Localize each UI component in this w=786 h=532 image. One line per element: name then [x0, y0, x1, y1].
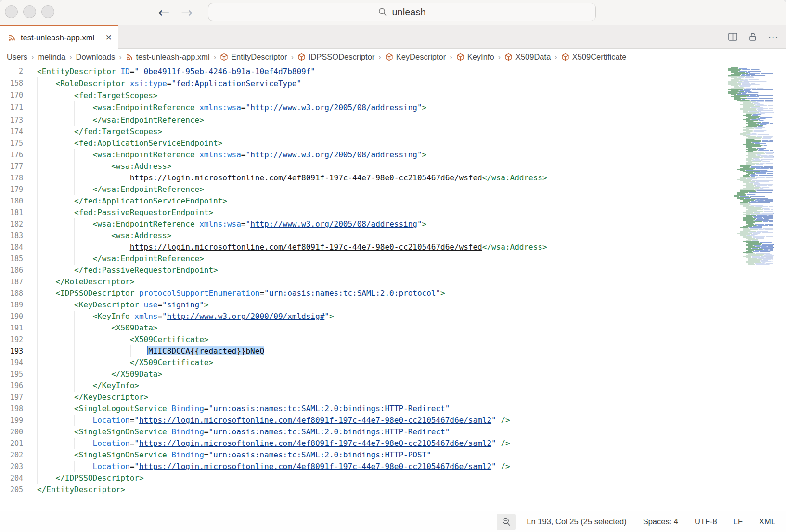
- line-number[interactable]: 197: [0, 392, 23, 403]
- breadcrumb-item-test-unleash-app-xml[interactable]: test-unleash-app.xml: [126, 52, 210, 62]
- line-content[interactable]: </wsa:EndpointReference>: [37, 253, 204, 265]
- line-content[interactable]: <wsa:EndpointReference xmlns:wsa="http:/…: [37, 149, 426, 161]
- line-number[interactable]: 196: [0, 380, 23, 392]
- line-content[interactable]: <wsa:EndpointReference xmlns:wsa="http:/…: [37, 101, 426, 114]
- line-content[interactable]: </fed:TargetScopes>: [37, 126, 162, 138]
- line-number[interactable]: 175: [0, 138, 23, 149]
- minimap[interactable]: [723, 67, 774, 266]
- line-content[interactable]: <KeyInfo xmlns="http://www.w3.org/2000/0…: [37, 311, 334, 322]
- forward-arrow-icon[interactable]: →: [181, 3, 193, 22]
- link-text[interactable]: http://www.w3.org/2005/08/addressing: [250, 150, 417, 159]
- line-content[interactable]: <SingleSignOnService Binding="urn:oasis:…: [37, 449, 431, 461]
- line-content[interactable]: <fed:ApplicationServiceEndpoint>: [37, 138, 222, 149]
- line-number[interactable]: 177: [0, 161, 23, 172]
- line-number[interactable]: 181: [0, 207, 23, 218]
- line-number[interactable]: 201: [0, 438, 23, 449]
- link-text[interactable]: https://login.microsoftonline.com/4ef809…: [130, 173, 482, 182]
- line-content[interactable]: </X509Certificate>: [37, 357, 213, 368]
- line-content[interactable]: <wsa:Address>: [37, 230, 171, 241]
- link-text[interactable]: https://login.microsoftonline.com/4ef809…: [139, 416, 491, 425]
- encoding-status[interactable]: UTF-8: [695, 517, 717, 526]
- line-number[interactable]: 174: [0, 126, 23, 138]
- line-content[interactable]: <fed:TargetScopes>: [37, 89, 157, 101]
- line-content[interactable]: </IDPSSODescriptor>: [37, 472, 144, 484]
- link-text[interactable]: https://login.microsoftonline.com/4ef809…: [130, 242, 482, 252]
- line-content[interactable]: <SingleSignOnService Binding="urn:oasis:…: [37, 426, 450, 438]
- breadcrumb-item-melinda[interactable]: melinda: [38, 52, 65, 62]
- breadcrumb-item-users[interactable]: Users: [7, 52, 27, 62]
- line-number[interactable]: 199: [0, 415, 23, 426]
- line-number[interactable]: 2: [0, 65, 23, 77]
- language-mode-status[interactable]: XML: [759, 517, 775, 526]
- link-text[interactable]: http://www.w3.org/2005/08/addressing: [250, 103, 417, 112]
- line-content[interactable]: <wsa:Address>: [37, 161, 171, 172]
- window-close-button[interactable]: [5, 5, 18, 18]
- line-content[interactable]: <wsa:EndpointReference xmlns:wsa="http:/…: [37, 218, 426, 230]
- line-content[interactable]: <SingleLogoutService Binding="urn:oasis:…: [37, 403, 450, 415]
- line-number[interactable]: 192: [0, 334, 23, 345]
- window-minimize-button[interactable]: [23, 5, 36, 18]
- link-text[interactable]: http://www.w3.org/2005/08/addressing: [250, 219, 417, 228]
- line-number[interactable]: 202: [0, 449, 23, 461]
- line-number[interactable]: 183: [0, 230, 23, 241]
- tab-close-icon[interactable]: ✕: [105, 33, 112, 43]
- eol-status[interactable]: LF: [734, 517, 743, 526]
- breadcrumb-item-x509data[interactable]: X509Data: [504, 52, 551, 62]
- line-content[interactable]: </KeyDescriptor>: [37, 392, 148, 403]
- line-number[interactable]: 170: [0, 89, 23, 101]
- back-arrow-icon[interactable]: ←: [158, 3, 169, 22]
- line-content[interactable]: <fed:PassiveRequestorEndpoint>: [37, 207, 213, 218]
- line-content[interactable]: <RoleDescriptor xsi:type="fed:Applicatio…: [37, 77, 301, 89]
- line-content[interactable]: </wsa:EndpointReference>: [37, 114, 204, 126]
- line-number[interactable]: 184: [0, 241, 23, 253]
- line-number[interactable]: 176: [0, 149, 23, 161]
- line-number[interactable]: 185: [0, 253, 23, 265]
- line-content[interactable]: </EntityDescriptor>: [37, 484, 125, 495]
- line-number[interactable]: 205: [0, 484, 23, 495]
- tab-test-unleash-app-xml[interactable]: test-unleash-app.xml ✕: [0, 25, 118, 49]
- line-number[interactable]: 198: [0, 403, 23, 415]
- line-content[interactable]: <EntityDescriptor ID="_0be4911f-95eb-424…: [37, 65, 315, 77]
- breadcrumb-item-keydescriptor[interactable]: KeyDescriptor: [385, 52, 446, 62]
- search-input[interactable]: unleash: [208, 3, 596, 21]
- indentation-status[interactable]: Spaces: 4: [643, 517, 678, 526]
- line-content[interactable]: </KeyInfo>: [37, 380, 139, 392]
- line-content[interactable]: Location="https://login.microsoftonline.…: [37, 461, 510, 472]
- line-content[interactable]: https://login.microsoftonline.com/4ef809…: [37, 172, 547, 184]
- line-number[interactable]: 186: [0, 265, 23, 276]
- line-number[interactable]: 179: [0, 184, 23, 195]
- line-content[interactable]: </X509Data>: [37, 368, 162, 380]
- window-zoom-button[interactable]: [41, 5, 54, 18]
- zoom-out-icon[interactable]: [497, 514, 516, 530]
- cursor-position-status[interactable]: Ln 193, Col 25 (25 selected): [527, 517, 626, 526]
- line-number[interactable]: 194: [0, 357, 23, 368]
- line-number[interactable]: 171: [0, 101, 23, 114]
- breadcrumb-item-downloads[interactable]: Downloads: [76, 52, 116, 62]
- breadcrumb-item-idpssodescriptor[interactable]: IDPSSODescriptor: [297, 52, 375, 62]
- line-number[interactable]: 193: [0, 345, 23, 357]
- link-text[interactable]: http://www.w3.org/2000/09/xmldsig#: [167, 312, 325, 321]
- line-content[interactable]: Location="https://login.microsoftonline.…: [37, 438, 510, 449]
- line-content[interactable]: https://login.microsoftonline.com/4ef809…: [37, 241, 547, 253]
- line-number[interactable]: 158: [0, 77, 23, 89]
- line-content[interactable]: </wsa:EndpointReference>: [37, 184, 204, 195]
- breadcrumb-item-keyinfo[interactable]: KeyInfo: [456, 52, 494, 62]
- line-number[interactable]: 191: [0, 322, 23, 334]
- line-content[interactable]: <X509Certificate>: [37, 334, 208, 345]
- line-number[interactable]: 178: [0, 172, 23, 184]
- line-content[interactable]: </RoleDescriptor>: [37, 276, 134, 288]
- link-text[interactable]: https://login.microsoftonline.com/4ef809…: [139, 439, 491, 448]
- more-actions-icon[interactable]: ⋯: [768, 31, 778, 43]
- split-editor-icon[interactable]: [728, 33, 737, 41]
- line-content[interactable]: </fed:PassiveRequestorEndpoint>: [37, 265, 218, 276]
- unlock-icon[interactable]: [748, 32, 757, 41]
- line-number[interactable]: 188: [0, 288, 23, 299]
- line-number[interactable]: 173: [0, 114, 23, 126]
- line-content[interactable]: MIIC8DCCA{{redacted}}bNeQ: [37, 345, 264, 357]
- line-number[interactable]: 190: [0, 311, 23, 322]
- breadcrumb-item-entitydescriptor[interactable]: EntityDescriptor: [220, 52, 287, 62]
- line-number[interactable]: 200: [0, 426, 23, 438]
- line-content[interactable]: <IDPSSODescriptor protocolSupportEnumera…: [37, 288, 445, 299]
- line-content[interactable]: </fed:ApplicationServiceEndpoint>: [37, 195, 227, 207]
- breadcrumb-item-x509certificate[interactable]: X509Certificate: [561, 52, 627, 62]
